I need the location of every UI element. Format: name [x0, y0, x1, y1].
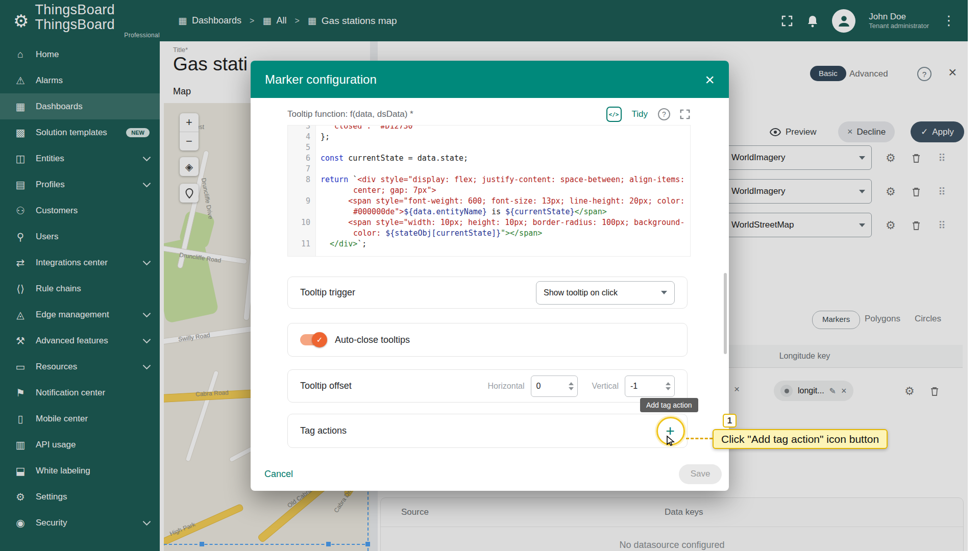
code-line: 6const currentState = data.state;: [288, 153, 690, 164]
cancel-button[interactable]: Cancel: [264, 469, 293, 480]
code-line: 10 <span style="width: 10px; height: 10p…: [288, 217, 690, 239]
dialog-scrollbar[interactable]: [724, 273, 727, 354]
horizontal-offset-value: 0: [536, 382, 541, 391]
code-line: 4};: [288, 132, 690, 142]
autoclose-label: Auto-close tooltips: [335, 335, 675, 345]
horizontal-offset-input[interactable]: 0: [531, 375, 578, 397]
step-number-badge: 1: [723, 414, 737, 428]
autoclose-toggle[interactable]: ✓: [300, 334, 326, 345]
vertical-offset-value: -1: [630, 382, 638, 391]
tooltip-function-row: Tooltip function: f(data, dsData) * </> …: [287, 106, 691, 123]
tidy-button[interactable]: Tidy: [632, 109, 648, 119]
chevron-down-icon: [661, 291, 667, 294]
code-line: 11 </div>`;: [288, 239, 690, 249]
number-stepper[interactable]: [569, 382, 574, 390]
horizontal-label: Horizontal: [488, 382, 525, 391]
code-line: 8return `<div style="display: flex; just…: [288, 174, 690, 196]
code-line: 3 'closed': '#D12730': [288, 125, 690, 132]
code-line: 9 <span style="font-weight: 600; font-si…: [288, 196, 690, 217]
tooltip-function-label: Tooltip function: f(data, dsData) *: [287, 109, 606, 119]
code-rows: 3 'closed': '#D12730'4};5 6const current…: [288, 125, 690, 249]
code-toggle-icon[interactable]: </>: [606, 107, 622, 122]
number-stepper[interactable]: [666, 382, 671, 390]
instruction-callout: Click "Add tag action" icon button: [713, 429, 888, 449]
tooltip-trigger-label: Tooltip trigger: [300, 287, 536, 298]
tag-actions-label: Tag actions: [300, 425, 675, 436]
fullscreen-icon[interactable]: [679, 109, 691, 120]
tag-actions-row: Tag actions +: [287, 414, 688, 448]
callout-connector-line: [686, 438, 713, 439]
vertical-label: Vertical: [592, 382, 619, 391]
autoclose-tooltips-row: ✓ Auto-close tooltips: [287, 323, 688, 357]
dialog-close-icon[interactable]: ×: [705, 71, 715, 88]
vertical-offset-input[interactable]: -1: [625, 375, 675, 397]
add-tag-action-tooltip: Add tag action: [640, 398, 698, 412]
dialog-title: Marker configuration: [265, 72, 705, 87]
tooltip-offset-row: Tooltip offset Horizontal 0 Vertical -1: [287, 369, 688, 403]
tooltip-trigger-row: Tooltip trigger Show tooltip on click: [287, 277, 688, 309]
tooltip-trigger-select[interactable]: Show tooltip on click: [536, 281, 675, 305]
help-icon[interactable]: ?: [658, 108, 670, 120]
dialog-header: Marker configuration ×: [251, 61, 729, 98]
code-line: 7: [288, 164, 690, 174]
tooltip-function-code-editor[interactable]: 3 'closed': '#D12730'4};5 6const current…: [287, 125, 691, 257]
toggle-check-icon: ✓: [312, 332, 327, 347]
cursor-icon: [665, 435, 676, 448]
save-button[interactable]: Save: [679, 464, 722, 484]
tooltip-offset-label: Tooltip offset: [300, 381, 488, 391]
app-root: ⚙ ThingsBoard ThingsBoard Professional ⌂…: [0, 0, 968, 551]
tooltip-trigger-value: Show tooltip on click: [544, 288, 618, 297]
code-line: 5: [288, 142, 690, 153]
dialog-footer: Cancel Save: [251, 457, 729, 491]
